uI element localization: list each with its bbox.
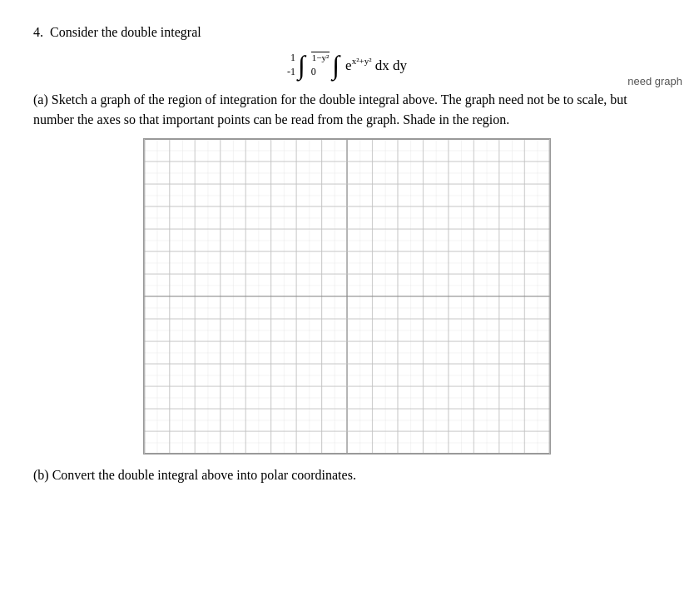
sqrt-radicand: 1−y² xyxy=(311,52,330,63)
outer-limits: 1 -1 xyxy=(287,52,295,78)
grid-svg xyxy=(144,139,550,454)
problem-container: 4. Consider the double integral 1 -1 ∫ 1… xyxy=(33,25,661,483)
inner-integral: 1−y² 0 ∫ xyxy=(311,52,340,78)
graph-area xyxy=(143,138,551,455)
part-a-content: Sketch a graph of the region of integrat… xyxy=(33,92,627,127)
part-b-label: (b) xyxy=(33,468,49,482)
outer-upper: 1 xyxy=(290,52,295,64)
part-a-text: (a)Sketch a graph of the region of integ… xyxy=(33,90,661,130)
exponent: x²+y² xyxy=(352,56,372,66)
problem-header: 4. Consider the double integral xyxy=(33,25,661,40)
inner-lower: 0 xyxy=(311,66,316,78)
part-b-text: (b)Convert the double integral above int… xyxy=(33,468,661,483)
inner-upper: 1−y² xyxy=(311,52,330,64)
outer-lower: -1 xyxy=(287,66,295,78)
outer-integral-symbol: ∫ xyxy=(298,52,305,78)
part-a-label: (a) xyxy=(33,92,48,107)
integral-expression: 1 -1 ∫ 1−y² 0 ∫ ex²+y² xyxy=(287,52,407,78)
inner-limits: 1−y² 0 xyxy=(311,52,330,78)
outer-integral: 1 -1 ∫ xyxy=(287,52,306,78)
problem-number: 4. xyxy=(33,25,43,40)
need-graph-note: need graph xyxy=(627,75,682,87)
part-b-content: Convert the double integral above into p… xyxy=(52,468,356,482)
sqrt-expr: 1−y² xyxy=(311,52,330,63)
inner-integral-symbol: ∫ xyxy=(332,52,340,78)
integral-display: 1 -1 ∫ 1−y² 0 ∫ ex²+y² xyxy=(33,48,661,78)
problem-intro: Consider the double integral xyxy=(50,25,201,40)
integrand: ex²+y² dx dy xyxy=(345,56,407,74)
